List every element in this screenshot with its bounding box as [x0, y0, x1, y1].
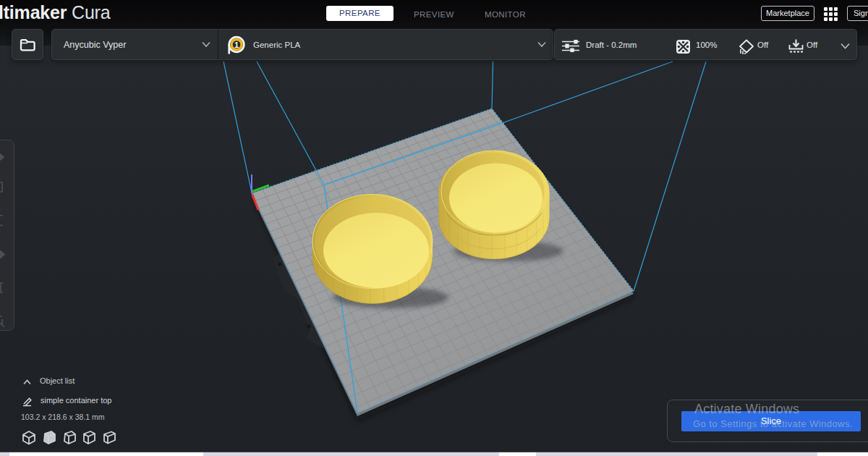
svg-text:1: 1 — [234, 41, 239, 49]
